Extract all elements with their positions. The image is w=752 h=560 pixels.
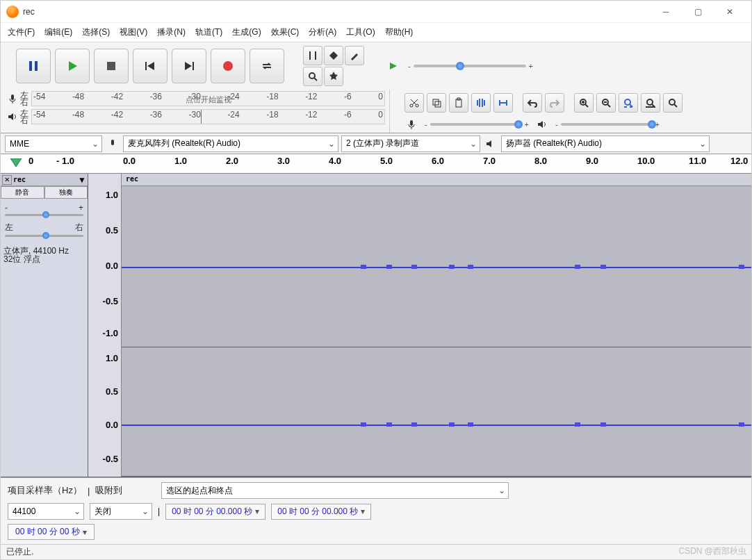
- svg-point-22: [625, 99, 630, 105]
- menu-analyze[interactable]: 分析(A): [309, 26, 336, 38]
- track-name[interactable]: rec: [13, 176, 76, 183]
- rec-meter[interactable]: -54-48-42-36-30-24-18-12-60 点击开始监视: [31, 91, 385, 106]
- play-meter-row: 左右 -54-48-42-36-30-24-18-12-60: [1, 108, 389, 126]
- input-device-select[interactable]: 麦克风阵列 (Realtek(R) Audio): [123, 135, 338, 152]
- play-speed-button[interactable]: [384, 56, 403, 76]
- menubar: 文件(F) 编辑(E) 选择(S) 视图(V) 播录(N) 轨道(T) 生成(G…: [1, 23, 751, 42]
- window-title: rec: [23, 7, 650, 17]
- svg-rect-3: [107, 62, 115, 70]
- menu-effect[interactable]: 效果(C): [271, 26, 300, 38]
- tracks-area: ✕ rec ▼ 静音 独奏 -+ 左右 立体声, 44100 Hz 32位 浮点…: [1, 174, 751, 477]
- playhead-icon[interactable]: [10, 158, 22, 168]
- rec-channels-select[interactable]: 2 (立体声) 录制声道: [341, 135, 480, 152]
- rec-meter-row: 左右 -54-48-42-36-30-24-18-12-60 点击开始监视: [1, 90, 389, 108]
- svg-rect-16: [433, 99, 439, 105]
- play-button[interactable]: [55, 49, 90, 83]
- multi-tool-button[interactable]: [324, 67, 343, 86]
- gain-slider[interactable]: [5, 214, 83, 216]
- mic-icon: [5, 93, 20, 104]
- mic-icon: [404, 119, 419, 130]
- play-speed-slider[interactable]: - +: [408, 62, 533, 70]
- svg-marker-9: [329, 51, 338, 60]
- svg-rect-1: [35, 61, 38, 71]
- watermark: CSDN @西部秋虫: [678, 545, 746, 557]
- cut-button[interactable]: [404, 93, 424, 113]
- selection-start[interactable]: 00 时 00 分 00.000 秒▾: [165, 504, 265, 520]
- envelope-tool-button[interactable]: [324, 46, 343, 65]
- skip-start-button[interactable]: [133, 49, 167, 83]
- selection-end[interactable]: 00 时 00 分 00.000 秒▾: [271, 504, 371, 520]
- waveform-left[interactable]: [122, 186, 751, 347]
- svg-marker-26: [538, 121, 543, 128]
- zoom-out-button[interactable]: [596, 93, 616, 113]
- menu-file[interactable]: 文件(F): [8, 26, 35, 38]
- play-volume-slider[interactable]: -+: [555, 120, 660, 129]
- snap-select[interactable]: 关闭: [90, 503, 152, 520]
- menu-view[interactable]: 视图(V): [120, 26, 147, 38]
- mixer-toolbar: -+ -+: [390, 116, 751, 133]
- copy-button[interactable]: [427, 93, 446, 113]
- menu-generate[interactable]: 生成(G): [232, 26, 261, 38]
- track-control-panel: ✕ rec ▼ 静音 独奏 -+ 左右 立体声, 44100 Hz 32位 浮点: [1, 174, 88, 477]
- zoom-toggle-button[interactable]: [663, 93, 682, 113]
- record-button[interactable]: [211, 49, 245, 83]
- mute-button[interactable]: 静音: [1, 186, 44, 199]
- menu-select[interactable]: 选择(S): [82, 26, 110, 38]
- pan-slider[interactable]: [5, 235, 83, 237]
- svg-point-23: [647, 99, 653, 105]
- maximize-button[interactable]: ▢: [682, 1, 714, 22]
- menu-transport[interactable]: 播录(N): [157, 26, 186, 38]
- selection-toolbar: 项目采样率（Hz） | 吸附到 选区的起点和终点 44100 关闭 | 00 时…: [1, 477, 751, 544]
- project-rate-select[interactable]: 44100: [8, 503, 84, 520]
- svg-rect-0: [29, 61, 32, 71]
- track-menu-button[interactable]: ▼: [78, 175, 86, 185]
- zoom-sel-button[interactable]: [619, 93, 638, 113]
- track-info: 立体声, 44100 Hz 32位 浮点: [1, 244, 88, 266]
- paste-button[interactable]: [449, 93, 468, 113]
- clip-title[interactable]: rec: [122, 174, 751, 186]
- skip-end-button[interactable]: [172, 49, 206, 83]
- track-close-button[interactable]: ✕: [2, 175, 12, 185]
- audio-position[interactable]: 00 时 00 分 00 秒▾: [8, 524, 95, 540]
- app-icon: [6, 6, 19, 18]
- silence-button[interactable]: [493, 93, 513, 113]
- svg-marker-2: [69, 61, 77, 71]
- status-text: 已停止.: [6, 546, 33, 558]
- zoom-fit-button[interactable]: [641, 93, 660, 113]
- zoom-tool-button[interactable]: [303, 67, 322, 86]
- audio-host-select[interactable]: MME: [5, 135, 102, 152]
- play-meter[interactable]: -54-48-42-36-30-24-18-12-60: [31, 109, 385, 124]
- speaker-icon: [5, 111, 20, 122]
- output-device-select[interactable]: 扬声器 (Realtek(R) Audio): [501, 135, 710, 152]
- rate-label: 项目采样率（Hz）: [8, 484, 82, 497]
- redo-button[interactable]: [545, 93, 564, 113]
- selection-mode-select[interactable]: 选区的起点和终点: [161, 482, 509, 499]
- transport-toolbar: [9, 44, 291, 88]
- loop-button[interactable]: [250, 49, 284, 83]
- svg-marker-6: [185, 62, 192, 70]
- minimize-button[interactable]: ─: [650, 1, 682, 22]
- close-button[interactable]: ✕: [714, 1, 746, 22]
- rec-volume-slider[interactable]: -+: [425, 120, 529, 129]
- tool-area: - + 左右 -54-48-42-36-30-24-18-12-60: [1, 42, 751, 133]
- svg-point-24: [669, 99, 675, 105]
- selection-tool-button[interactable]: [303, 46, 322, 65]
- trim-button[interactable]: [471, 93, 491, 113]
- menu-edit[interactable]: 编辑(E): [44, 26, 72, 38]
- menu-help[interactable]: 帮助(H): [385, 26, 414, 38]
- waveform-right[interactable]: [122, 347, 751, 477]
- menu-tracks[interactable]: 轨道(T): [195, 26, 222, 38]
- solo-button[interactable]: 独奏: [44, 186, 88, 199]
- tools-toolbar: [300, 42, 368, 90]
- undo-button[interactable]: [523, 93, 542, 113]
- stop-button[interactable]: [94, 49, 129, 83]
- pause-button[interactable]: [16, 49, 51, 83]
- svg-rect-27: [111, 140, 114, 145]
- svg-marker-28: [487, 140, 491, 147]
- zoom-in-button[interactable]: [574, 93, 594, 113]
- svg-marker-13: [8, 113, 13, 120]
- draw-tool-button[interactable]: [345, 46, 364, 65]
- v-axis: 1.0 0.5 0.0 -0.5: [88, 347, 122, 477]
- menu-tools[interactable]: 工具(O): [346, 26, 375, 38]
- timeline-ruler[interactable]: 0 - 1.0 0.0 1.0 2.0 3.0 4.0 5.0 6.0 7.0 …: [1, 154, 751, 174]
